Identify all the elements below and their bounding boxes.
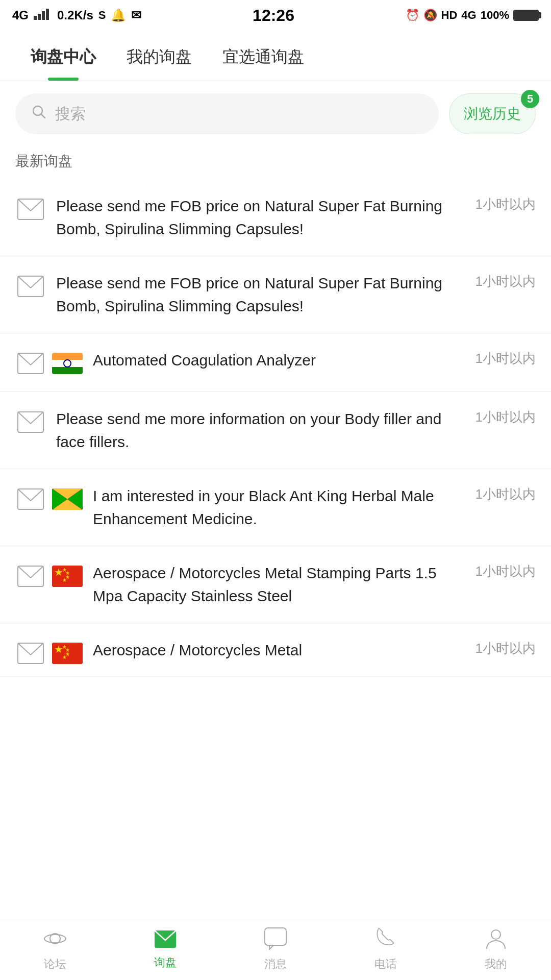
flag-china: ★ ★ ★ ★ ★ (52, 566, 83, 587)
inquiry-text: Please send me FOB price on Natural Supe… (56, 194, 469, 240)
bell-icon: 🔔 (111, 8, 126, 22)
alarm-icon: ⏰ (406, 9, 419, 22)
nav-forum-label: 论坛 (44, 957, 66, 972)
inquiry-text: Aerospace / Motorcycles Metal (93, 639, 469, 662)
tabs: 询盘中心 我的询盘 宜选通询盘 (0, 31, 551, 81)
icon-area (15, 272, 46, 299)
mail-icon (15, 641, 46, 666)
flag-india (52, 353, 83, 374)
nav-inquiry[interactable]: 询盘 (110, 929, 220, 970)
svg-rect-3 (46, 9, 49, 20)
inquiry-time: 1小时以内 (475, 272, 536, 290)
tab-inquiry-center[interactable]: 询盘中心 (15, 31, 111, 81)
svg-rect-2 (42, 11, 45, 20)
mail-icon (15, 197, 46, 222)
inquiry-text-row: Please send me FOB price on Natural Supe… (56, 194, 536, 240)
search-box[interactable]: 搜索 (15, 93, 439, 134)
clock-display: 12:26 (253, 6, 294, 25)
tab-selected-inquiry[interactable]: 宜选通询盘 (207, 31, 319, 81)
tab-my-inquiry[interactable]: 我的询盘 (111, 31, 207, 81)
status-right: ⏰ 🔕 HD 4G 100% (406, 9, 539, 22)
phone-icon (375, 927, 396, 953)
list-item[interactable]: Please send me FOB price on Natural Supe… (0, 256, 551, 333)
mail-icon (15, 351, 46, 376)
browse-history-button[interactable]: 浏览历史 5 (449, 93, 536, 134)
list-item[interactable]: Automated Coagulation Analyzer 1小时以内 (0, 333, 551, 392)
inquiry-content: I am interested in your Black Ant King H… (93, 484, 536, 530)
inquiry-content: Aerospace / Motorcycles Metal 1小时以内 (93, 639, 536, 662)
inquiry-text-row: Aerospace / Motorcycles Metal 1小时以内 (93, 639, 536, 662)
nav-message[interactable]: 消息 (220, 927, 331, 972)
icon-area (15, 407, 46, 435)
icon-area (15, 194, 46, 222)
chakra (63, 359, 71, 368)
list-item[interactable]: ★ ★ ★ ★ ★ Aerospace / Motorcycles Metal … (0, 546, 551, 623)
inquiry-time: 1小时以内 (475, 561, 536, 580)
chat-icon (264, 927, 287, 953)
icon-area: ★ ★ ★ ★ ★ (15, 639, 83, 666)
inquiry-content: Please send me FOB price on Natural Supe… (56, 272, 536, 317)
nav-mine[interactable]: 我的 (441, 927, 551, 972)
bottom-nav: 论坛 询盘 消息 电话 (0, 919, 551, 980)
status-bar: 4G 0.2K/s S 🔔 ✉ 12:26 ⏰ 🔕 HD 4G 100% (0, 0, 551, 31)
battery-bar (513, 10, 539, 21)
svg-point-31 (44, 935, 66, 943)
nav-mine-label: 我的 (485, 957, 507, 972)
mail-nav-icon (154, 929, 177, 952)
browse-history-badge: 5 (521, 90, 539, 108)
mail-icon (15, 409, 46, 435)
flag-china: ★ ★ ★ ★ ★ (52, 643, 83, 664)
icon-area (15, 484, 83, 512)
inquiry-text-row: Aerospace / Motorcycles Metal Stamping P… (93, 561, 536, 607)
inquiry-text: Aerospace / Motorcycles Metal Stamping P… (93, 561, 469, 607)
section-title: 最新询盘 (0, 146, 551, 179)
nav-phone-label: 电话 (374, 957, 397, 972)
list-item[interactable]: Please send me FOB price on Natural Supe… (0, 179, 551, 256)
inquiry-time: 1小时以内 (475, 639, 536, 657)
status-left: 4G 0.2K/s S 🔔 ✉ (12, 8, 141, 23)
search-placeholder: 搜索 (55, 104, 86, 125)
svg-rect-1 (38, 14, 41, 20)
mail-icon (15, 564, 46, 589)
nav-inquiry-label: 询盘 (154, 955, 177, 970)
inquiry-text: I am interested in your Black Ant King H… (93, 484, 469, 530)
inquiry-content: Please send me FOB price on Natural Supe… (56, 194, 536, 240)
inquiry-text-row: Automated Coagulation Analyzer 1小时以内 (93, 349, 536, 372)
4g-icon: 4G (461, 9, 476, 22)
svg-line-5 (41, 114, 45, 118)
s-icon: S (98, 9, 106, 22)
search-row: 搜索 浏览历史 5 (0, 81, 551, 146)
person-icon (486, 927, 506, 953)
signal-text: 4G (12, 8, 29, 22)
inquiry-time: 1小时以内 (475, 407, 536, 426)
list-item[interactable]: Please send me more information on your … (0, 392, 551, 469)
mail-status-icon: ✉ (131, 8, 141, 22)
hd-icon: HD (441, 9, 458, 22)
battery-percent: 100% (481, 9, 509, 22)
icon-area: ★ ★ ★ ★ ★ (15, 561, 83, 589)
list-item[interactable]: I am interested in your Black Ant King H… (0, 469, 551, 546)
inquiry-list: Please send me FOB price on Natural Supe… (0, 179, 551, 677)
mail-icon (15, 486, 46, 512)
nav-phone[interactable]: 电话 (331, 927, 441, 972)
nav-forum[interactable]: 论坛 (0, 927, 110, 972)
planet-icon (44, 927, 66, 953)
inquiry-text: Please send me FOB price on Natural Supe… (56, 272, 469, 317)
flag-jamaica (52, 488, 83, 510)
icon-area (15, 349, 83, 376)
inquiry-content: Please send me more information on your … (56, 407, 536, 453)
mail-icon (15, 274, 46, 299)
signal-bars (34, 8, 52, 23)
battery-fill (514, 11, 538, 20)
list-item[interactable]: ★ ★ ★ ★ ★ Aerospace / Motorcycles Metal … (0, 623, 551, 677)
inquiry-text: Please send me more information on your … (56, 407, 469, 453)
inquiry-time: 1小时以内 (475, 349, 536, 368)
inquiry-text: Automated Coagulation Analyzer (93, 349, 469, 372)
mute-icon: 🔕 (423, 9, 437, 22)
nav-message-label: 消息 (264, 957, 287, 972)
inquiry-time: 1小时以内 (475, 484, 536, 503)
svg-rect-0 (34, 16, 37, 20)
svg-point-34 (491, 930, 500, 939)
svg-text:★: ★ (62, 654, 67, 660)
inquiry-text-row: I am interested in your Black Ant King H… (93, 484, 536, 530)
